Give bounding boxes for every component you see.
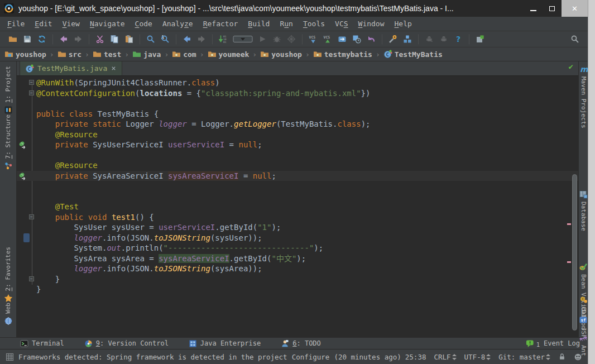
tool-window-button-java-enterprise[interactable]: Java Enterprise (189, 339, 261, 348)
caret-position-widget[interactable]: 25:38 (405, 353, 426, 361)
event-log-button[interactable]: ! 1 Event Log (526, 339, 580, 348)
code-line[interactable]: private static Logger logger = Logger.ge… (35, 119, 578, 130)
menu-help[interactable]: Help (390, 18, 417, 30)
scrollbar-thumb[interactable] (572, 174, 577, 331)
gutter-line[interactable] (17, 233, 35, 243)
cut-button[interactable] (93, 32, 107, 46)
tool-window-button-ant[interactable]: Ant (579, 333, 588, 356)
code-line[interactable]: private SysUserServiceI userServiceI = n… (35, 140, 578, 150)
save-plugin-button[interactable] (473, 32, 487, 46)
gutter-line[interactable]: − (17, 78, 35, 88)
code-line[interactable]: logger.info(JSON.toJSONString(sysArea)); (35, 264, 578, 274)
close-button[interactable]: ✕ (562, 0, 588, 17)
menu-navigate[interactable]: Navigate (85, 18, 130, 30)
replace-button[interactable]: A (158, 32, 172, 46)
error-stripe-mark[interactable] (567, 261, 571, 263)
menu-run[interactable]: Run (275, 18, 298, 30)
gutter-line[interactable] (17, 264, 35, 274)
configure-link[interactable]: Configure (292, 353, 330, 361)
minimize-button[interactable] (524, 0, 543, 17)
binary-compare-button[interactable]: 011001 (216, 32, 231, 46)
back-button[interactable] (180, 32, 194, 46)
breadcrumb-src[interactable]: src (57, 50, 81, 59)
line-separator-widget[interactable]: CRLF (434, 353, 456, 361)
code-line[interactable]: logger.info(JSON.toJSONString(sysUser)); (35, 233, 578, 243)
editor-gutter[interactable]: −−−− (17, 76, 35, 337)
code-pane[interactable]: @RunWith(SpringJUnit4ClassRunner.class)@… (35, 76, 578, 337)
fold-marker-icon[interactable]: − (29, 90, 34, 95)
error-stripe-mark[interactable] (567, 223, 571, 225)
gutter-line[interactable] (17, 98, 35, 109)
gutter-line[interactable] (17, 181, 35, 191)
bookmark-marker[interactable] (23, 233, 30, 242)
code-line[interactable] (35, 191, 578, 202)
menu-tools[interactable]: Tools (298, 18, 330, 30)
vcs-commit-button[interactable]: VCS (320, 32, 335, 46)
tool-window-button-1-project[interactable]: 1: Project (0, 66, 16, 114)
gutter-line[interactable] (17, 191, 35, 202)
tool-window-button-6-todo[interactable]: 6: TODO (281, 339, 321, 348)
paste-button[interactable] (122, 32, 136, 46)
gutter-line[interactable] (17, 222, 35, 233)
vcs-update-button[interactable]: VCS (306, 32, 320, 46)
spring-bean-icon[interactable] (18, 172, 27, 180)
breadcrumb-youshop[interactable]: youshop (4, 50, 46, 59)
vcs-changes-button[interactable] (349, 32, 364, 46)
spring-bean-icon[interactable] (18, 141, 27, 149)
menu-vcs[interactable]: VCS (330, 18, 353, 30)
menu-build[interactable]: Build (243, 18, 275, 30)
tool-window-button-maven-projects[interactable]: mMaven Projects (579, 65, 588, 128)
gutter-line[interactable]: − (17, 88, 35, 99)
code-line[interactable] (35, 98, 578, 109)
code-line[interactable]: SysUser sysUser = userServiceI.getById("… (35, 222, 578, 233)
gutter-line[interactable] (17, 202, 35, 212)
code-editor[interactable]: −−−− @RunWith(SpringJUnit4ClassRunner.cl… (17, 76, 578, 337)
tool-window-button-9-version-control[interactable]: 9: Version Control (84, 339, 169, 348)
encoding-widget[interactable]: UTF-8 (464, 353, 491, 361)
save-button[interactable] (20, 32, 35, 46)
gutter-line[interactable] (17, 160, 35, 171)
lock-icon[interactable] (558, 353, 566, 361)
gutter-line[interactable]: − (17, 212, 35, 223)
find-button[interactable] (143, 32, 158, 46)
gutter-line[interactable]: − (17, 274, 35, 285)
help-button[interactable]: ? (451, 32, 466, 46)
vcs-rollback-button[interactable] (364, 32, 378, 46)
fold-marker-icon[interactable]: − (29, 80, 34, 85)
gutter-line[interactable] (17, 171, 35, 181)
gutter-line[interactable] (17, 119, 35, 130)
settings-wrench-button[interactable] (386, 32, 400, 46)
menu-file[interactable]: File (2, 18, 30, 30)
code-line[interactable]: @ContextConfiguration(locations = {"clas… (35, 88, 578, 99)
gutter-line[interactable] (17, 253, 35, 264)
gutter-line[interactable] (17, 243, 35, 253)
close-tab-icon[interactable] (111, 65, 117, 71)
run-config-dropdown-button[interactable] (231, 32, 255, 46)
code-line[interactable]: @Resource (35, 130, 578, 140)
code-line[interactable]: } (35, 284, 578, 295)
open-folder-button[interactable] (6, 32, 20, 46)
menu-view[interactable]: View (57, 18, 85, 30)
code-line[interactable]: public void test1() { (35, 212, 578, 223)
git-branch-widget[interactable]: Git: master (498, 353, 550, 361)
editor-scrollbar[interactable] (571, 76, 578, 337)
fold-marker-icon[interactable]: − (29, 276, 34, 281)
gutter-line[interactable] (17, 140, 35, 150)
tool-window-button-2-favorites[interactable]: 2: Favorites (0, 247, 16, 303)
frameworks-grid-icon[interactable] (6, 353, 14, 361)
tool-window-button-cdi[interactable]: CDI (579, 295, 588, 318)
sync-button[interactable] (35, 32, 49, 46)
breadcrumb-testmybatis[interactable]: testmybatis (313, 50, 372, 59)
code-line[interactable]: SysArea sysArea = sysAreaServiceI.getByI… (35, 253, 578, 264)
tool-window-button-7-structure[interactable]: 7: Structure (0, 114, 16, 170)
breadcrumb-com[interactable]: com (172, 50, 196, 59)
code-line[interactable] (35, 150, 578, 161)
menu-edit[interactable]: Edit (30, 18, 57, 30)
breadcrumb-youmeek[interactable]: youmeek (208, 50, 249, 59)
gutter-line[interactable] (17, 150, 35, 161)
gutter-line[interactable] (17, 284, 35, 295)
gutter-line[interactable] (17, 109, 35, 119)
gutter-line[interactable] (17, 130, 35, 140)
breadcrumb-youshop[interactable]: youshop (260, 50, 302, 59)
menu-code[interactable]: Code (130, 18, 157, 30)
